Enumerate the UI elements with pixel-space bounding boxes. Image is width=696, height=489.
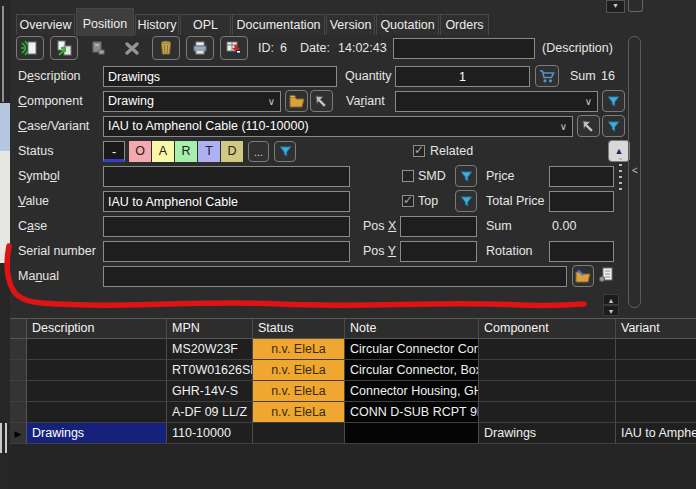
- tab-documentation[interactable]: Documentation: [232, 14, 325, 35]
- cell-mpn[interactable]: RT0W01626SNH: [167, 360, 253, 381]
- manual-browse-button[interactable]: [572, 265, 594, 287]
- cell-component[interactable]: Drawings: [479, 423, 616, 444]
- toolbar-new-button[interactable]: [16, 36, 44, 60]
- cell-variant[interactable]: [616, 402, 696, 423]
- cell-component[interactable]: [479, 402, 616, 423]
- table-header-row: Description MPN Status Note Component Va…: [10, 319, 696, 339]
- partial-dropdown-icon[interactable]: ▼: [606, 0, 625, 13]
- cart-button[interactable]: [535, 65, 559, 87]
- total-price-field[interactable]: [549, 191, 614, 212]
- quantity-field[interactable]: [395, 66, 530, 87]
- toolbar-paste-button[interactable]: [84, 36, 112, 60]
- manual-open-document-button[interactable]: [597, 266, 617, 286]
- status-option-r[interactable]: R: [175, 141, 197, 162]
- cell-mpn[interactable]: 110-10000: [167, 423, 253, 444]
- status-option-none[interactable]: -: [103, 141, 125, 162]
- cell-variant[interactable]: [616, 360, 696, 381]
- column-header-mpn[interactable]: MPN: [167, 319, 253, 339]
- tab-overview[interactable]: Overview: [16, 14, 75, 35]
- case-variant-assign-button[interactable]: [577, 115, 600, 137]
- column-header-variant[interactable]: Variant: [616, 319, 696, 339]
- cell-component[interactable]: [479, 339, 616, 360]
- top-filter-button[interactable]: [455, 190, 477, 212]
- cell-mpn[interactable]: GHR-14V-S: [167, 381, 253, 402]
- cell-status[interactable]: n.v. EleLa: [253, 402, 345, 423]
- row-spin-down-button[interactable]: ▼: [603, 305, 619, 316]
- smd-checkbox[interactable]: [402, 170, 414, 182]
- cell-component[interactable]: [479, 360, 616, 381]
- cell-note[interactable]: Circular Connector Cont: [345, 339, 479, 360]
- cell-description[interactable]: [27, 381, 167, 402]
- partial-button[interactable]: [628, 0, 643, 12]
- case-field[interactable]: [103, 216, 350, 237]
- case-variant-dropdown[interactable]: IAU to Amphenol Cable (110-10000)∨: [103, 116, 573, 137]
- column-header-description[interactable]: Description: [27, 319, 167, 339]
- status-more-button[interactable]: ...: [248, 141, 269, 162]
- cell-component[interactable]: [479, 381, 616, 402]
- cell-mpn[interactable]: A-DF 09 LL/Z: [167, 402, 253, 423]
- rotation-field[interactable]: [549, 241, 614, 262]
- cell-note[interactable]: Connector Housing, GH: [345, 381, 479, 402]
- side-panel-collapsed[interactable]: <: [628, 36, 641, 308]
- pos-x-field[interactable]: [400, 216, 477, 237]
- related-checkbox[interactable]: ✓: [413, 145, 425, 157]
- cell-status[interactable]: n.v. EleLa: [253, 381, 345, 402]
- cell-description[interactable]: [27, 402, 167, 423]
- toolbar-copy-button[interactable]: [50, 36, 78, 60]
- table-row[interactable]: MS20W23F n.v. EleLa Circular Connector C…: [10, 339, 696, 360]
- cell-description[interactable]: [27, 360, 167, 381]
- cell-description[interactable]: Drawings: [27, 423, 167, 444]
- table-row-selected[interactable]: ▶ Drawings 110-10000 Drawings IAU to Amp…: [10, 423, 696, 444]
- component-open-folder-button[interactable]: [285, 90, 308, 112]
- tab-quotation[interactable]: Quotation: [376, 14, 439, 35]
- status-option-a[interactable]: A: [152, 141, 174, 162]
- column-header-component[interactable]: Component: [479, 319, 616, 339]
- table-row[interactable]: GHR-14V-S n.v. EleLa Connector Housing, …: [10, 381, 696, 402]
- variant-dropdown[interactable]: ∨: [395, 91, 598, 112]
- cell-note[interactable]: Circular Connector, Box: [345, 360, 479, 381]
- cell-variant[interactable]: IAU to Amphenol Cable: [616, 423, 696, 444]
- splitter-handle[interactable]: [619, 158, 622, 194]
- variant-filter-button[interactable]: [602, 90, 625, 112]
- column-header-note[interactable]: Note: [345, 319, 479, 339]
- toolbar-print-button[interactable]: [186, 36, 214, 60]
- component-dropdown[interactable]: Drawing∨: [103, 91, 281, 112]
- tab-orders[interactable]: Orders: [440, 14, 489, 35]
- description-field[interactable]: [103, 66, 337, 87]
- row-spin-up-button[interactable]: ▲: [603, 294, 619, 305]
- tab-position[interactable]: Position: [76, 8, 134, 36]
- toolbar-export-button[interactable]: [220, 36, 248, 60]
- cell-note[interactable]: CONN D-SUB RCPT 9PO: [345, 402, 479, 423]
- table-row[interactable]: RT0W01626SNH n.v. EleLa Circular Connect…: [10, 360, 696, 381]
- cell-description[interactable]: [27, 339, 167, 360]
- tab-opl[interactable]: OPL: [180, 14, 231, 35]
- cell-note[interactable]: [345, 423, 479, 444]
- cell-status[interactable]: n.v. EleLa: [253, 360, 345, 381]
- cell-status[interactable]: [253, 423, 345, 444]
- component-assign-button[interactable]: [310, 90, 333, 112]
- status-option-d[interactable]: D: [221, 141, 243, 162]
- serial-number-field[interactable]: [103, 241, 350, 262]
- toolbar-delete-button[interactable]: [118, 36, 146, 60]
- manual-field[interactable]: [103, 266, 567, 287]
- status-option-t[interactable]: T: [198, 141, 220, 162]
- price-field[interactable]: [549, 166, 614, 187]
- tab-history[interactable]: History: [135, 14, 179, 35]
- top-checkbox[interactable]: ✓: [402, 195, 414, 207]
- symbol-field[interactable]: [103, 166, 350, 187]
- smd-filter-button[interactable]: [455, 165, 477, 187]
- tab-version[interactable]: Version: [326, 14, 375, 35]
- cell-variant[interactable]: [616, 381, 696, 402]
- value-field[interactable]: [103, 191, 350, 212]
- cell-mpn[interactable]: MS20W23F: [167, 339, 253, 360]
- cell-variant[interactable]: [616, 339, 696, 360]
- case-variant-filter-button[interactable]: [602, 115, 625, 137]
- status-option-o[interactable]: O: [129, 141, 151, 162]
- description-search-input[interactable]: [393, 38, 535, 59]
- toolbar-trash-button[interactable]: [152, 36, 180, 60]
- column-header-status[interactable]: Status: [253, 319, 345, 339]
- status-filter-button[interactable]: [274, 141, 296, 162]
- pos-y-field[interactable]: [400, 241, 477, 262]
- table-row[interactable]: A-DF 09 LL/Z n.v. EleLa CONN D-SUB RCPT …: [10, 402, 696, 423]
- cell-status[interactable]: n.v. EleLa: [253, 339, 345, 360]
